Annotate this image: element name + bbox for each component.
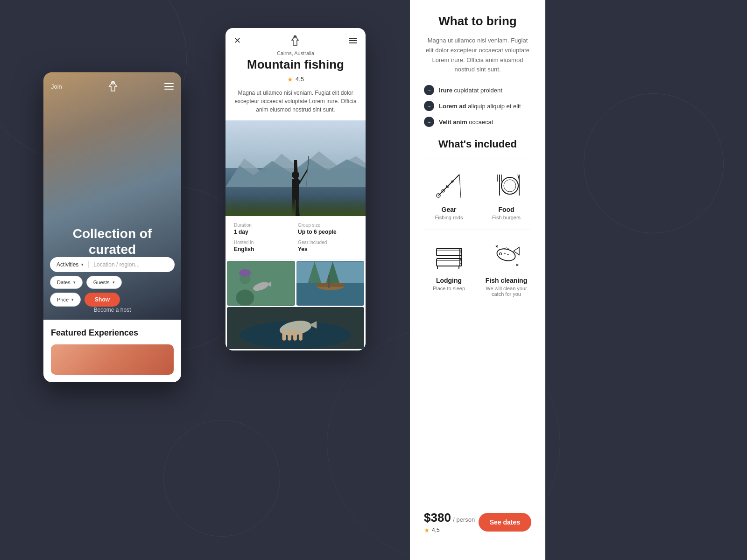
star-icon: ★ bbox=[287, 76, 293, 83]
svg-point-1 bbox=[294, 36, 296, 38]
detail-menu-icon[interactable] bbox=[349, 38, 357, 43]
search-row3: Price ▾ Show bbox=[50, 293, 175, 307]
group-value: Up to 6 people bbox=[298, 229, 357, 235]
gallery-photo-1[interactable] bbox=[227, 261, 295, 306]
food-sub: Fish burgers bbox=[492, 215, 521, 220]
search-bar[interactable]: Activities ▾ Location / region... bbox=[50, 257, 175, 272]
price-display: $380 / person bbox=[424, 511, 475, 525]
featured-section: Featured Experiences bbox=[43, 320, 181, 382]
lodging-icon bbox=[433, 239, 465, 272]
star-icon-2: ★ bbox=[424, 526, 430, 534]
gallery-photo-3[interactable] bbox=[227, 307, 364, 349]
bring-bullet-icon-2 bbox=[424, 101, 434, 111]
divider-2 bbox=[424, 230, 531, 230]
bring-item-3: Velit anim occaecat bbox=[424, 117, 531, 127]
svg-point-5 bbox=[292, 171, 299, 179]
app-logo bbox=[106, 80, 120, 93]
plate-icon bbox=[490, 168, 523, 201]
location-input[interactable]: Location / region... bbox=[93, 261, 168, 268]
whats-included-title: What's included bbox=[424, 138, 531, 150]
svg-line-8 bbox=[299, 169, 308, 183]
divider bbox=[88, 261, 89, 268]
price-chevron-icon: ▾ bbox=[71, 297, 74, 302]
guests-button[interactable]: Guests ▾ bbox=[86, 276, 122, 289]
detail-logo bbox=[289, 35, 301, 47]
dates-button[interactable]: Dates ▾ bbox=[50, 276, 83, 289]
group-item: Group size Up to 6 people bbox=[298, 223, 357, 235]
price-per: / person bbox=[453, 516, 475, 523]
hosted-item: Hosted in English bbox=[234, 240, 293, 252]
lodging-sub: Place to sleep bbox=[433, 286, 465, 291]
see-dates-button[interactable]: See dates bbox=[479, 513, 531, 532]
included-lodging: Lodging Place to sleep bbox=[424, 239, 474, 297]
trip-details: Duration 1 day Group size Up to 6 people… bbox=[226, 216, 366, 259]
svg-rect-29 bbox=[288, 330, 291, 341]
bring-description: Magna ut ullamco nisi veniam. Fugiat eli… bbox=[424, 36, 531, 75]
gallery-photo-2[interactable] bbox=[296, 261, 365, 306]
svg-line-10 bbox=[306, 156, 309, 193]
hosted-value: English bbox=[234, 246, 293, 252]
close-icon[interactable]: ✕ bbox=[234, 35, 241, 46]
svg-rect-46 bbox=[437, 248, 462, 256]
gear-sub: Fishing rods bbox=[435, 215, 463, 220]
svg-rect-28 bbox=[282, 331, 286, 341]
chevron-down-icon: ▾ bbox=[81, 262, 84, 267]
included-gear: Gear Fishing rods bbox=[424, 168, 474, 220]
featured-card[interactable] bbox=[51, 344, 174, 375]
hosted-label: Hosted in bbox=[234, 240, 293, 245]
gear-item: Gear included Yes bbox=[298, 240, 357, 252]
menu-icon[interactable] bbox=[164, 83, 174, 90]
svg-rect-22 bbox=[317, 283, 344, 287]
experience-title: Mountain fishing bbox=[226, 58, 366, 72]
included-fish-cleaning: Fish cleaning We will clean your catch f… bbox=[481, 239, 531, 297]
gear-label: Gear included bbox=[298, 240, 357, 245]
duration-item: Duration 1 day bbox=[234, 223, 293, 235]
detail-nav: ✕ bbox=[226, 28, 366, 50]
bring-item-2-text: Lorem ad aliquip aliquip et elit bbox=[439, 103, 521, 110]
rating-value: 4,5 bbox=[296, 76, 304, 83]
svg-point-13 bbox=[236, 289, 254, 305]
featured-title: Featured Experiences bbox=[51, 328, 174, 338]
bring-item-3-text: Velit anim occaecat bbox=[439, 119, 493, 126]
bring-bullet-icon bbox=[424, 85, 434, 95]
duration-label: Duration bbox=[234, 223, 293, 228]
price-button[interactable]: Price ▾ bbox=[50, 293, 81, 307]
search-row2: Dates ▾ Guests ▾ bbox=[50, 276, 175, 289]
fish-icon bbox=[490, 239, 523, 272]
svg-rect-31 bbox=[299, 331, 303, 341]
experience-description: Magna ut ullamco nisi veniam. Fugiat eli… bbox=[226, 89, 366, 114]
duration-value: 1 day bbox=[234, 229, 293, 235]
price-rating-value: 4,5 bbox=[432, 527, 440, 533]
included-grid-2: Lodging Place to sleep bbox=[424, 239, 531, 297]
activities-label[interactable]: Activities bbox=[56, 261, 78, 268]
dates-chevron-icon: ▾ bbox=[73, 280, 76, 285]
gear-label: Gear bbox=[442, 206, 457, 213]
rating-display: ★ 4,5 bbox=[226, 76, 366, 83]
become-host-link[interactable]: Become a host bbox=[43, 307, 181, 320]
location-text: Cairns, Australia bbox=[226, 50, 366, 56]
lodging-label: Lodging bbox=[436, 277, 462, 284]
food-label: Food bbox=[498, 206, 514, 213]
svg-point-42 bbox=[504, 180, 516, 192]
fish-cleaning-label: Fish cleaning bbox=[486, 277, 527, 284]
show-button[interactable]: Show bbox=[85, 293, 120, 307]
right-content: What to bring Magna ut ullamco nisi veni… bbox=[410, 0, 545, 297]
fish-cleaning-sub: We will clean your catch for you bbox=[481, 286, 531, 297]
experience-hero-image bbox=[226, 120, 366, 216]
included-grid: Gear Fishing rods bbox=[424, 168, 531, 220]
fishing-rod-icon bbox=[433, 168, 465, 201]
bring-item-2: Lorem ad aliquip aliquip et elit bbox=[424, 101, 531, 111]
svg-rect-44 bbox=[437, 259, 462, 266]
middle-detail-panel: ✕ Cairns, Australia Mountain fishing ★ 4… bbox=[226, 28, 366, 350]
left-mobile-panel: Join Collection of curated experiences A… bbox=[43, 72, 181, 382]
svg-line-33 bbox=[459, 175, 461, 198]
svg-rect-23 bbox=[328, 275, 330, 287]
price-info: $380 / person ★ 4,5 bbox=[424, 511, 475, 534]
bring-item-1-text: Irure cupidatat proident bbox=[439, 87, 502, 94]
price-row: $380 / person ★ 4,5 See dates bbox=[410, 503, 545, 541]
bring-item-1: Irure cupidatat proident bbox=[424, 85, 531, 95]
search-area: Activities ▾ Location / region... Dates … bbox=[43, 257, 181, 307]
join-link[interactable]: Join bbox=[51, 83, 62, 90]
hero-nav: Join bbox=[43, 72, 181, 100]
svg-line-32 bbox=[438, 175, 459, 196]
